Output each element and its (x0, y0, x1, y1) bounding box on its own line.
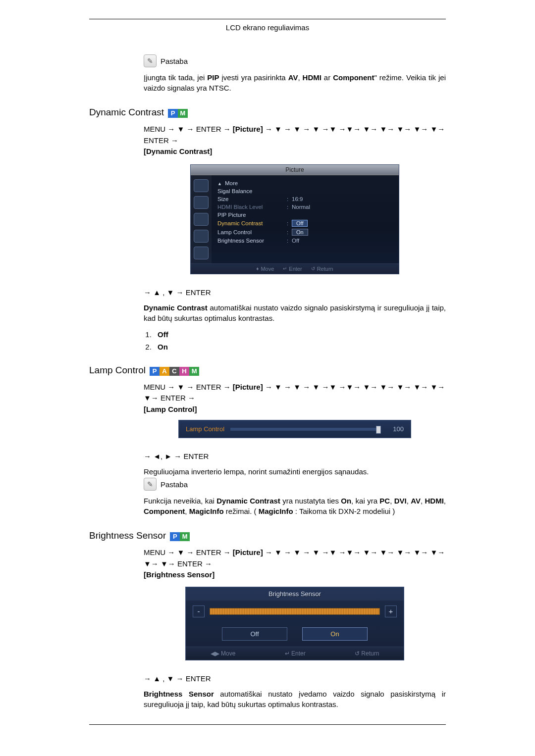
option-off: Off (154, 330, 446, 339)
section-title-text: Brightness Sensor (89, 530, 166, 541)
badge-h: H (179, 367, 189, 376)
pencil-icon: ✎ (144, 478, 157, 491)
lamp-value: 100 (387, 425, 404, 433)
bracket: [Picture] (233, 548, 263, 556)
lamp-note-text: Funkcija neveikia, kai Dynamic Contrast … (144, 496, 446, 516)
text: Dynamic Contrast (144, 303, 208, 312)
osd-side-icon (194, 247, 209, 259)
lamp-slider-track (230, 428, 381, 431)
label: Brightness Sensor (217, 238, 287, 244)
text: Brightness Sensor (144, 690, 214, 698)
bs-off-button: Off (222, 627, 287, 641)
nav-line: MENU → ▼ → ENTER → [Picture] → ▼ → ▼ → ▼… (144, 382, 446, 415)
label: Move (221, 650, 235, 657)
osd-row-bs: Brightness Sensor:Off (217, 237, 394, 245)
dc-options: Off On (144, 330, 446, 351)
label: PIP Picture (217, 212, 287, 218)
bs-description: Brightness Sensor automatiškai nustato į… (144, 689, 446, 709)
osd-row-dc: Dynamic Contrast:Off (217, 219, 394, 228)
osd-side-icon (194, 213, 209, 226)
footer-move: ♦Move (256, 266, 274, 272)
text: On (341, 497, 351, 505)
text: MENU → ▼ → ENTER → (144, 548, 231, 556)
text: : Taikoma tik DXN-2 modeliui ) (293, 507, 395, 515)
section-dynamic-contrast: Dynamic Contrast PM (89, 107, 446, 118)
text: , (390, 497, 394, 505)
label: Return (361, 650, 379, 657)
bracket: [Picture] (233, 383, 263, 391)
text: Funkcija neveikia, kai (144, 497, 216, 505)
footer-move: ◀▶ Move (211, 650, 236, 657)
option-on: On (154, 343, 446, 351)
badge-p: P (168, 109, 178, 118)
badge-m: M (189, 367, 199, 376)
nav-line: MENU → ▼ → ENTER → [Picture] → ▼ → ▼ → ▼… (144, 547, 446, 581)
note-label: Pastaba (160, 57, 188, 65)
value: Normal (292, 204, 310, 210)
label: Size (217, 196, 287, 202)
osd-row-lamp: Lamp Control:On (217, 228, 394, 237)
text: , (407, 497, 411, 505)
nav-line-2: → ▲ , ▼ → ENTER (144, 287, 446, 298)
value: 16:9 (292, 196, 303, 202)
osd-lamp-control: Lamp Control 100 (178, 420, 411, 438)
badge-p: P (170, 532, 180, 541)
pencil-icon: ✎ (144, 54, 157, 67)
osd-title: Picture (191, 165, 399, 175)
text: HDMI (425, 497, 443, 505)
footer-return: ↺ Return (355, 650, 379, 657)
section-brightness-sensor: Brightness Sensor PM (89, 530, 446, 541)
osd-row-hdmi: HDMI Black Level:Normal (217, 203, 394, 211)
osd-row-more: More (217, 179, 394, 187)
osd-row-pip: PIP Picture (217, 211, 394, 219)
text: Component (144, 507, 185, 515)
text: režimai. ( (224, 507, 259, 515)
section-lamp-control: Lamp Control PACHM (89, 365, 446, 376)
osd-row-sigal: Sigal Balance (217, 187, 394, 195)
label: Return (317, 266, 333, 272)
lamp-label: Lamp Control (186, 425, 224, 433)
nav-line-2: → ◄, ► → ENTER (144, 451, 446, 461)
dc-description: Dynamic Contrast automatiškai nustato va… (144, 302, 446, 323)
osd-side-icon (194, 196, 209, 209)
text: , (298, 73, 302, 82)
text: AV (411, 497, 421, 505)
nav-line-2: → ▲ , ▼ → ENTER (144, 673, 446, 684)
minus-button: - (193, 605, 205, 617)
text: MagicInfo (189, 507, 224, 515)
text: Įjungta tik tada, jei (144, 73, 207, 82)
osd-side-icons (191, 175, 212, 263)
label: Off (158, 330, 168, 339)
label: Dynamic Contrast (217, 220, 287, 226)
text: PC (379, 497, 390, 505)
bs-title: Brightness Sensor (186, 587, 404, 601)
text: įvesti yra pasirinkta (219, 73, 288, 82)
label: Enter (291, 650, 306, 657)
value: On (292, 229, 308, 236)
nav-line: MENU → ▼ → ENTER → [Picture] → ▼ → ▼ → ▼… (144, 124, 446, 157)
label: Lamp Control (217, 229, 287, 235)
note-label: Pastaba (160, 480, 188, 489)
footer-enter: ↵ Enter (285, 650, 306, 657)
footer-enter: ↵Enter (283, 266, 302, 272)
plus-button: + (385, 605, 397, 617)
text: Component (333, 73, 374, 82)
osd-side-icon (194, 230, 209, 243)
text: MENU → ▼ → ENTER → (144, 125, 231, 133)
bs-gauge (210, 608, 380, 615)
text: Dynamic Contrast (216, 497, 280, 505)
osd-brightness-sensor: Brightness Sensor - + Off On ◀▶ Move ↵ E… (185, 587, 404, 660)
page-header: LCD ekrano reguliavimas (89, 21, 446, 35)
text: HDMI (303, 73, 321, 82)
label: More (217, 180, 287, 186)
lamp-slider-thumb (376, 426, 381, 434)
text: , (444, 497, 446, 505)
text: yra nustatyta ties (280, 497, 341, 505)
label: Move (261, 266, 274, 272)
note-row: ✎ Pastaba (144, 478, 446, 491)
text: , (185, 507, 189, 515)
bracket: [Dynamic Contrast] (144, 147, 212, 155)
badge-m: M (178, 109, 188, 118)
label: Sigal Balance (217, 188, 287, 194)
footer-return: ↺Return (311, 266, 333, 272)
